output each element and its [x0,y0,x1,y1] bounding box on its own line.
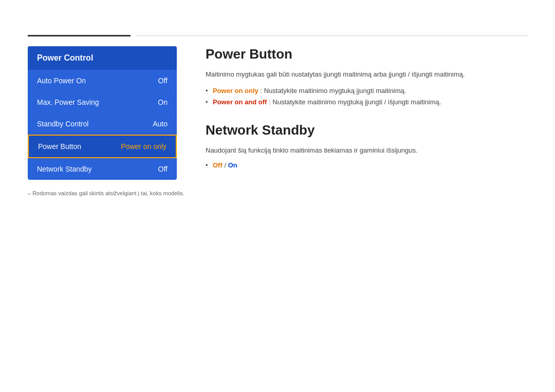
network-standby-title: Network Standby [206,122,527,138]
sidebar-panel: Power Control Auto Power On Off Max. Pow… [28,46,177,180]
sidebar-header: Power Control [28,46,177,70]
main-content: Power Button Maitinimo mygtukas gali būt… [206,46,527,169]
sidebar-item-label: Network Standby [37,165,92,173]
bullet-power-on-only: Power on only : Nustatykite maitinimo my… [206,85,527,97]
network-standby-section: Network Standby Naudojant šią funkciją t… [206,122,527,169]
bottom-note: – Rodomas vaizdas gali skirtis atsižvelg… [28,190,184,196]
sidebar-item-label: Standby Control [37,120,88,128]
top-divider-light [137,35,527,36]
sidebar-item-network-standby[interactable]: Network Standby Off [28,158,177,180]
bullet-power-on-and-off: Power on and off : Nustatykite maitinimo… [206,97,527,108]
power-on-only-highlight: Power on only [213,87,258,95]
sidebar-item-value: Auto [153,120,168,128]
sidebar-item-label: Auto Power On [37,77,86,85]
sidebar-item-label: Power Button [38,142,81,151]
sidebar-title: Power Control [37,53,93,62]
power-button-description: Maitinimo mygtukas gali būti nustatytas … [206,69,527,80]
top-divider-dark [28,35,131,36]
power-button-bullets: Power on only : Nustatykite maitinimo my… [206,85,527,108]
sidebar-item-value: On [158,98,168,106]
sidebar-item-max-power-saving[interactable]: Max. Power Saving On [28,91,177,113]
sidebar-item-value: Power on only [121,142,166,151]
power-button-section: Power Button Maitinimo mygtukas gali būt… [206,46,527,108]
off-text: Off [213,161,223,169]
network-standby-description: Naudojant šią funkciją tinklo maitinimas… [206,145,527,156]
on-text: On [228,161,237,169]
sidebar-item-value: Off [158,165,168,173]
power-button-title: Power Button [206,46,527,62]
power-on-and-off-text: : Nustatykite maitinimo mygtuką įjungti … [269,98,441,106]
sidebar-item-standby-control[interactable]: Standby Control Auto [28,113,177,135]
top-divider [28,35,527,36]
power-on-only-text: : Nustatykite maitinimo mygtuką įjungti … [260,87,406,95]
power-on-and-off-highlight: Power on and off [213,98,267,106]
sidebar-item-value: Off [158,77,168,85]
separator-text: / [224,161,228,169]
off-on-list: Off / On [206,161,527,169]
sidebar-item-auto-power-on[interactable]: Auto Power On Off [28,70,177,91]
off-on-item: Off / On [206,161,527,169]
sidebar-item-label: Max. Power Saving [37,98,99,106]
sidebar-item-power-button[interactable]: Power Button Power on only [28,135,177,158]
